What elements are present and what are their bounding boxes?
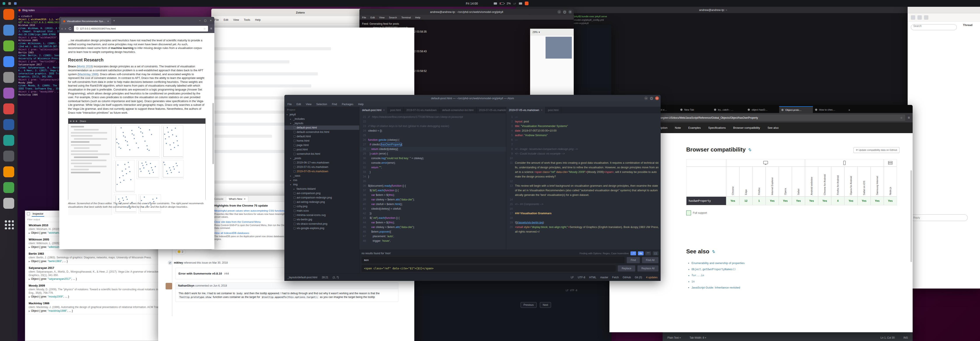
see-also-link[interactable]: for...in — [692, 272, 900, 279]
support-cell-edge[interactable]: 12 — [739, 197, 752, 205]
tree-item-main-scss[interactable]: main.scss — [284, 209, 359, 213]
browser-tab[interactable]: object hasO… — [746, 106, 779, 113]
browser-tab[interactable]: Object.proto… — [779, 106, 813, 113]
zotero-menu-help[interactable]: Help — [255, 18, 261, 21]
tree-item-css[interactable]: ▸css — [284, 178, 359, 182]
atom-menu-file[interactable]: File — [288, 103, 291, 106]
support-cell-samsung-internet[interactable]: Yes — [870, 197, 884, 205]
menu-icon[interactable]: ≡ — [908, 116, 910, 120]
bookmark-star-icon[interactable]: ☆ — [204, 27, 205, 30]
expand-arrow-icon[interactable]: ▶ — [29, 232, 30, 234]
browser-tab[interactable]: How to chec… — [813, 106, 846, 113]
atom-menu-selection[interactable]: Selection — [316, 103, 327, 106]
tree-item-includes[interactable]: ▸_includes — [284, 117, 359, 121]
regex-toggle[interactable]: .* — [630, 251, 636, 255]
expand-arrow-icon[interactable]: ▶ — [29, 310, 30, 312]
devtools-tab-what-s-new[interactable]: What's New× — [226, 196, 248, 201]
replace-input[interactable]: <span class="ref" data-cite="$1">{$1}</s… — [361, 265, 616, 271]
scrollbar[interactable] — [910, 170, 912, 262]
dock-icon-media-player[interactable] — [3, 103, 14, 114]
referenced-issue-title[interactable]: Error with Summernote v0.8.10 — [178, 272, 222, 275]
status-item[interactable]: HTML — [589, 276, 596, 279]
tree-item-2019-07-01-vis-markdown[interactable]: 2019-07-01-vis.markdown — [284, 165, 359, 169]
editor-tab-post-html[interactable]: post.html — [388, 107, 404, 113]
tree-item-img[interactable]: ▾img — [284, 182, 359, 187]
dock-icon-chromium[interactable] — [3, 56, 14, 67]
url-bar[interactable]: 🔒︎ https://developer.mozilla.org/en-US/d… — [626, 114, 905, 121]
tree-item-2019-07-05-vis-markdown[interactable]: 2019-07-05-vis.markdown — [284, 169, 359, 174]
tree-item-home-html[interactable]: home.html — [284, 139, 359, 143]
tab-close-icon[interactable]: × — [541, 109, 542, 112]
close-button[interactable]: × — [209, 19, 213, 22]
bookmark-star-icon[interactable]: ☆ — [900, 116, 902, 119]
avatar[interactable] — [165, 283, 172, 289]
whats-new-item-title[interactable]: Clear site data from the Command Menu — [214, 220, 292, 224]
mail-titlebar[interactable] — [908, 7, 980, 13]
tree-item-avi-comparison-redesign-png[interactable]: avi-comparison-redesign.png — [284, 195, 359, 200]
dock-icon-settings[interactable] — [3, 151, 14, 162]
replace-all-button[interactable]: Replace All — [638, 265, 659, 271]
status-item[interactable]: GitHub — [623, 276, 631, 279]
tree-item-default-post-html[interactable]: default-post.html — [284, 125, 359, 130]
minimize-button[interactable]: − — [198, 19, 202, 22]
dock-icon-files[interactable] — [3, 25, 14, 36]
pick-element-icon[interactable] — [27, 212, 30, 215]
editor-tab-2019-07-05-vis-markdown[interactable]: 2019-07-05-vis.markdown× — [506, 107, 545, 113]
atom-titlebar[interactable]: default-post.html — ~/src/phd-src/web/vi… — [284, 95, 660, 102]
app-indicator-icon[interactable] — [8, 2, 11, 5]
citation-link[interactable]: Moritz 2019 — [78, 65, 92, 68]
editor-tab-default-post-html[interactable]: default-post.html× — [360, 107, 388, 113]
terminal-menu-view[interactable]: View — [379, 16, 385, 19]
replace-button[interactable]: Replace — [618, 265, 635, 271]
new-tab-button[interactable]: + — [113, 19, 115, 22]
section-nav-note[interactable]: Note — [675, 126, 681, 129]
new-tab-button[interactable]: + — [848, 108, 850, 112]
expand-arrow-icon[interactable]: ▶ — [29, 296, 30, 298]
section-nav-browser-compatibility[interactable]: Browser compatibility — [733, 126, 760, 129]
app-indicator-icon[interactable] — [14, 2, 17, 5]
event-username[interactable]: mikhey — [174, 261, 183, 264]
support-cell-chrome-for-android[interactable]: Yes — [818, 197, 831, 205]
dock-icon-ide[interactable] — [3, 119, 14, 130]
tree-item-favicons-bidaml[interactable]: ▸favicons-bidaml — [284, 187, 359, 191]
site-info-icon[interactable]: ⓘ — [76, 27, 79, 30]
terminal-titlebar[interactable]: andrew@andrew-tp: ~ — [515, 7, 911, 13]
chevron-down-icon[interactable]: ▾ — [539, 30, 540, 34]
tree-item-jekyll[interactable]: ▾jekyll — [284, 113, 359, 117]
tree-item-cchy-png[interactable]: cchy.png — [284, 204, 359, 209]
whats-new-item[interactable]: Clear site data from the Command MenuPre… — [214, 220, 292, 230]
status-item[interactable]: master — [600, 276, 608, 279]
support-cell-opera-for-android[interactable]: Yes — [845, 197, 858, 205]
terminal-menu-search[interactable]: Search — [389, 16, 397, 19]
scatter-plot-thumbnail[interactable] — [161, 125, 183, 158]
whats-new-item[interactable]: Meaningful preset values when autocomple… — [214, 209, 292, 218]
close-button[interactable]: × — [568, 10, 572, 14]
tree-item-sass[interactable]: ▸_sass — [284, 174, 359, 178]
whats-new-item-title[interactable]: Meaningful preset values when autocomple… — [214, 209, 292, 212]
tree-item-vis-google-explore-png[interactable]: vis-google-explore.png — [284, 226, 359, 230]
support-cell-safari[interactable]: Yes — [792, 197, 805, 205]
editor-tab-default-screenshot-list-html[interactable]: default-screenshot-list.html — [439, 107, 476, 113]
support-cell-firefox-for-android[interactable]: 4 — [831, 197, 845, 205]
find-all-button[interactable]: Find All — [642, 257, 659, 263]
zoom-level[interactable]: 29% — [533, 30, 538, 34]
status-item[interactable]: (1, 7) — [333, 276, 339, 279]
terminal-menu-help[interactable]: Help — [415, 16, 420, 19]
terminal-menu-edit[interactable]: Edit — [371, 16, 375, 19]
mail-reply-input[interactable]: Reply — [910, 214, 968, 221]
tree-item-page-html[interactable]: page.html — [284, 143, 359, 148]
atom-menu-view[interactable]: View — [306, 103, 312, 106]
dock-icon-zotero[interactable] — [3, 198, 14, 209]
tab-inspector[interactable]: Inspector — [32, 211, 44, 217]
tree-item-2019-06-17-vex-markdown[interactable]: 2019-06-17-vex.markdown — [284, 160, 359, 165]
find-input[interactable]: mon — [361, 257, 625, 263]
tree-item-default-screenshot-list-html[interactable]: default-screenshot-list.html — [284, 130, 359, 134]
mail-compose-icon[interactable] — [911, 15, 915, 20]
status-item[interactable]: _layouts/default-post.html — [288, 276, 317, 279]
scatter-plot-thumbnail[interactable] — [114, 160, 135, 193]
reload-icon[interactable] — [68, 27, 72, 30]
blog-console-titlebar[interactable]: Blog notes — [16, 8, 160, 13]
tree-item-vis-bertin-jpg[interactable]: vis-bertin.jpg — [284, 217, 359, 222]
app-grid-icon[interactable] — [4, 219, 14, 229]
case-insensitive-toggle[interactable]: Aa — [638, 251, 644, 255]
